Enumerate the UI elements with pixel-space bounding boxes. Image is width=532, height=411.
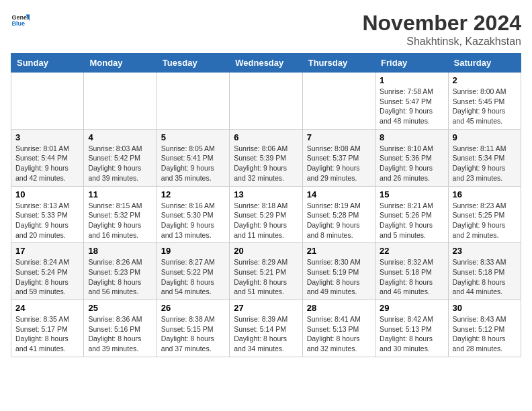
- calendar-cell: 27Sunrise: 8:39 AM Sunset: 5:14 PM Dayli…: [230, 300, 302, 357]
- calendar-cell: 15Sunrise: 8:21 AM Sunset: 5:26 PM Dayli…: [375, 186, 448, 243]
- day-number: 22: [380, 246, 443, 256]
- calendar-cell: [302, 73, 375, 130]
- day-info: Sunrise: 8:10 AM Sunset: 5:36 PM Dayligh…: [380, 144, 443, 183]
- day-info: Sunrise: 8:41 AM Sunset: 5:13 PM Dayligh…: [307, 314, 371, 354]
- day-number: 25: [88, 303, 152, 313]
- calendar-cell: [11, 73, 84, 130]
- calendar-cell: 6Sunrise: 8:06 AM Sunset: 5:39 PM Daylig…: [230, 129, 302, 186]
- day-number: 6: [234, 132, 298, 142]
- weekday-header-friday: Friday: [375, 54, 448, 73]
- title-area: November 2024 Shakhtinsk, Kazakhstan: [362, 11, 521, 48]
- day-info: Sunrise: 8:30 AM Sunset: 5:19 PM Dayligh…: [307, 257, 371, 297]
- day-number: 1: [380, 75, 443, 85]
- day-number: 8: [380, 132, 443, 142]
- day-number: 4: [88, 132, 152, 142]
- weekday-header-saturday: Saturday: [448, 54, 521, 73]
- calendar-week-row: 24Sunrise: 8:35 AM Sunset: 5:17 PM Dayli…: [11, 300, 521, 357]
- calendar-cell: [230, 73, 302, 130]
- calendar-cell: 11Sunrise: 8:15 AM Sunset: 5:32 PM Dayli…: [84, 186, 157, 243]
- calendar-cell: 16Sunrise: 8:23 AM Sunset: 5:25 PM Dayli…: [448, 186, 521, 243]
- weekday-header-monday: Monday: [84, 54, 157, 73]
- weekday-header-thursday: Thursday: [302, 54, 375, 73]
- calendar-cell: 25Sunrise: 8:36 AM Sunset: 5:16 PM Dayli…: [84, 300, 157, 357]
- day-info: Sunrise: 8:18 AM Sunset: 5:29 PM Dayligh…: [234, 201, 298, 240]
- logo-icon: General Blue: [11, 11, 30, 30]
- calendar-cell: 7Sunrise: 8:08 AM Sunset: 5:37 PM Daylig…: [302, 129, 375, 186]
- calendar-cell: 1Sunrise: 7:58 AM Sunset: 5:47 PM Daylig…: [375, 73, 448, 130]
- calendar-cell: 10Sunrise: 8:13 AM Sunset: 5:33 PM Dayli…: [11, 186, 84, 243]
- calendar-cell: 2Sunrise: 8:00 AM Sunset: 5:45 PM Daylig…: [448, 73, 521, 130]
- day-info: Sunrise: 8:15 AM Sunset: 5:32 PM Dayligh…: [88, 201, 152, 240]
- calendar-cell: [157, 73, 229, 130]
- day-info: Sunrise: 8:39 AM Sunset: 5:14 PM Dayligh…: [234, 314, 298, 354]
- day-info: Sunrise: 8:19 AM Sunset: 5:28 PM Dayligh…: [307, 201, 371, 240]
- weekday-header-sunday: Sunday: [11, 54, 84, 73]
- day-number: 2: [453, 75, 517, 85]
- day-info: Sunrise: 8:01 AM Sunset: 5:44 PM Dayligh…: [15, 144, 79, 183]
- location-subtitle: Shakhtinsk, Kazakhstan: [362, 36, 521, 48]
- day-info: Sunrise: 8:11 AM Sunset: 5:34 PM Dayligh…: [453, 144, 517, 183]
- day-number: 16: [453, 189, 517, 199]
- calendar-cell: 9Sunrise: 8:11 AM Sunset: 5:34 PM Daylig…: [448, 129, 521, 186]
- calendar-cell: 5Sunrise: 8:05 AM Sunset: 5:41 PM Daylig…: [157, 129, 229, 186]
- calendar-cell: 4Sunrise: 8:03 AM Sunset: 5:42 PM Daylig…: [84, 129, 157, 186]
- day-number: 21: [307, 246, 371, 256]
- calendar-week-row: 17Sunrise: 8:24 AM Sunset: 5:24 PM Dayli…: [11, 243, 521, 300]
- day-info: Sunrise: 8:32 AM Sunset: 5:18 PM Dayligh…: [380, 257, 443, 297]
- day-info: Sunrise: 8:36 AM Sunset: 5:16 PM Dayligh…: [88, 314, 152, 354]
- calendar-cell: 17Sunrise: 8:24 AM Sunset: 5:24 PM Dayli…: [11, 243, 84, 300]
- day-info: Sunrise: 8:16 AM Sunset: 5:30 PM Dayligh…: [161, 201, 225, 240]
- day-info: Sunrise: 8:08 AM Sunset: 5:37 PM Dayligh…: [307, 144, 371, 183]
- calendar-cell: 12Sunrise: 8:16 AM Sunset: 5:30 PM Dayli…: [157, 186, 229, 243]
- calendar-cell: 14Sunrise: 8:19 AM Sunset: 5:28 PM Dayli…: [302, 186, 375, 243]
- day-number: 27: [234, 303, 298, 313]
- day-number: 28: [307, 303, 371, 313]
- day-number: 24: [15, 303, 79, 313]
- day-number: 13: [234, 189, 298, 199]
- day-info: Sunrise: 8:42 AM Sunset: 5:13 PM Dayligh…: [380, 314, 443, 354]
- calendar-cell: 20Sunrise: 8:29 AM Sunset: 5:21 PM Dayli…: [230, 243, 302, 300]
- day-number: 7: [307, 132, 371, 142]
- logo: General Blue: [11, 11, 30, 30]
- day-info: Sunrise: 7:58 AM Sunset: 5:47 PM Dayligh…: [380, 87, 443, 126]
- day-number: 23: [453, 246, 517, 256]
- calendar-cell: 19Sunrise: 8:27 AM Sunset: 5:22 PM Dayli…: [157, 243, 229, 300]
- day-number: 18: [88, 246, 152, 256]
- day-number: 12: [161, 189, 225, 199]
- day-number: 3: [15, 132, 79, 142]
- weekday-header-tuesday: Tuesday: [157, 54, 229, 73]
- calendar-table: SundayMondayTuesdayWednesdayThursdayFrid…: [11, 53, 521, 357]
- day-info: Sunrise: 8:29 AM Sunset: 5:21 PM Dayligh…: [234, 257, 298, 297]
- calendar-cell: 21Sunrise: 8:30 AM Sunset: 5:19 PM Dayli…: [302, 243, 375, 300]
- day-info: Sunrise: 8:27 AM Sunset: 5:22 PM Dayligh…: [161, 257, 225, 297]
- day-number: 29: [380, 303, 443, 313]
- day-number: 17: [15, 246, 79, 256]
- day-info: Sunrise: 8:06 AM Sunset: 5:39 PM Dayligh…: [234, 144, 298, 183]
- calendar-cell: 29Sunrise: 8:42 AM Sunset: 5:13 PM Dayli…: [375, 300, 448, 357]
- weekday-header-row: SundayMondayTuesdayWednesdayThursdayFrid…: [11, 54, 521, 73]
- calendar-week-row: 1Sunrise: 7:58 AM Sunset: 5:47 PM Daylig…: [11, 73, 521, 130]
- day-number: 20: [234, 246, 298, 256]
- calendar-cell: [84, 73, 157, 130]
- calendar-cell: 13Sunrise: 8:18 AM Sunset: 5:29 PM Dayli…: [230, 186, 302, 243]
- calendar-cell: 28Sunrise: 8:41 AM Sunset: 5:13 PM Dayli…: [302, 300, 375, 357]
- day-number: 15: [380, 189, 443, 199]
- month-year-title: November 2024: [362, 11, 521, 36]
- calendar-cell: 3Sunrise: 8:01 AM Sunset: 5:44 PM Daylig…: [11, 129, 84, 186]
- day-number: 9: [453, 132, 517, 142]
- day-number: 30: [453, 303, 517, 313]
- svg-text:Blue: Blue: [11, 20, 25, 27]
- day-info: Sunrise: 8:03 AM Sunset: 5:42 PM Dayligh…: [88, 144, 152, 183]
- day-info: Sunrise: 8:23 AM Sunset: 5:25 PM Dayligh…: [453, 201, 517, 240]
- day-number: 14: [307, 189, 371, 199]
- day-number: 11: [88, 189, 152, 199]
- calendar-cell: 8Sunrise: 8:10 AM Sunset: 5:36 PM Daylig…: [375, 129, 448, 186]
- day-number: 19: [161, 246, 225, 256]
- day-number: 5: [161, 132, 225, 142]
- calendar-cell: 23Sunrise: 8:33 AM Sunset: 5:18 PM Dayli…: [448, 243, 521, 300]
- calendar-week-row: 10Sunrise: 8:13 AM Sunset: 5:33 PM Dayli…: [11, 186, 521, 243]
- calendar-week-row: 3Sunrise: 8:01 AM Sunset: 5:44 PM Daylig…: [11, 129, 521, 186]
- day-info: Sunrise: 8:00 AM Sunset: 5:45 PM Dayligh…: [453, 87, 517, 126]
- day-info: Sunrise: 8:21 AM Sunset: 5:26 PM Dayligh…: [380, 201, 443, 240]
- day-info: Sunrise: 8:24 AM Sunset: 5:24 PM Dayligh…: [15, 257, 79, 297]
